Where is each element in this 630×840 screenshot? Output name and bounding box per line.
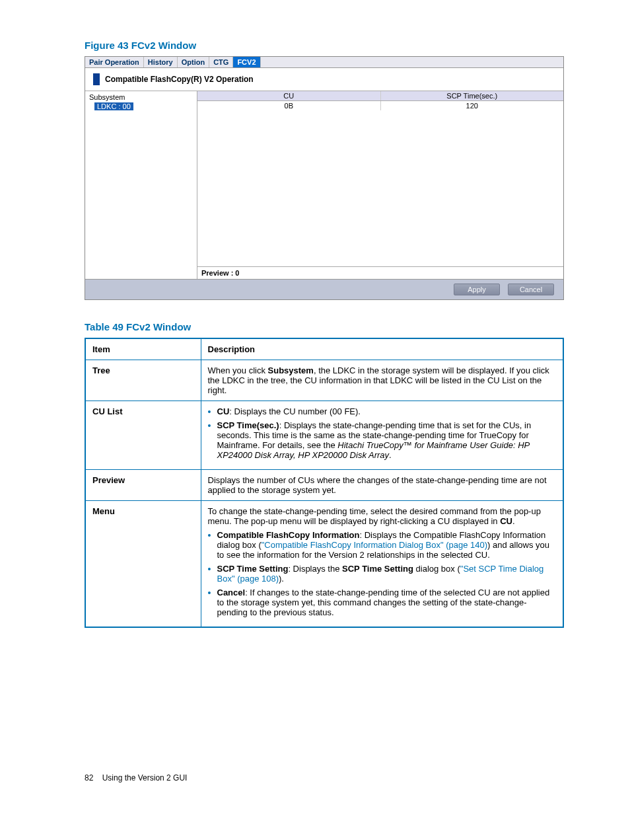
row-desc-menu: To change the state-change-pending time,…: [201, 501, 563, 628]
tab-history[interactable]: History: [144, 57, 178, 67]
row-key-menu: Menu: [85, 501, 201, 628]
table-row: Menu To change the state-change-pending …: [85, 501, 563, 628]
row-desc-preview: Displays the number of CUs where the cha…: [201, 470, 563, 501]
link-fc-info-dialog[interactable]: "Compatible FlashCopy Information Dialog…: [262, 540, 487, 550]
col-cu: CU: [197, 91, 381, 100]
tab-fcv2[interactable]: FCV2: [233, 57, 260, 67]
table-row[interactable]: 0B 120: [197, 101, 563, 110]
table-row: Tree When you click Subsystem, the LDKC …: [85, 360, 563, 401]
section-name: Using the Version 2 GUI: [102, 773, 188, 783]
fcv2-window-screenshot: Pair Operation History Option CTG FCV2 C…: [85, 56, 564, 300]
tab-pair-operation[interactable]: Pair Operation: [85, 57, 144, 67]
figure-title: Figure 43 FCv2 Window: [85, 40, 564, 51]
panel-heading: Compatible FlashCopy(R) V2 Operation: [85, 68, 563, 91]
tab-ctg[interactable]: CTG: [209, 57, 233, 67]
row-key-preview: Preview: [85, 470, 201, 501]
row-desc-tree: When you click Subsystem, the LDKC in th…: [201, 360, 563, 401]
th-item: Item: [85, 338, 201, 360]
table-row: Preview Displays the number of CUs where…: [85, 470, 563, 501]
preview-label: Preview : 0: [197, 267, 563, 279]
cu-table-header: CU SCP Time(sec.): [197, 91, 563, 101]
fcv2-description-table: Item Description Tree When you click Sub…: [85, 338, 564, 628]
list-item: CU: Displays the CU number (00 FE).: [208, 406, 557, 416]
table-row: CU List CU: Displays the CU number (00 F…: [85, 401, 563, 470]
cu-table-body: 0B 120: [197, 101, 563, 266]
list-item: SCP Time Setting: Displays the SCP Time …: [208, 564, 557, 584]
col-scp-time: SCP Time(sec.): [381, 91, 564, 100]
subsystem-tree[interactable]: Subsystem LDKC : 00: [85, 91, 197, 279]
tree-child-ldkc[interactable]: LDKC : 00: [94, 102, 194, 110]
th-description: Description: [201, 338, 563, 360]
page-footer: 82 Using the Version 2 GUI: [85, 773, 564, 783]
row-key-culist: CU List: [85, 401, 201, 470]
cell-scp: 120: [381, 101, 564, 110]
list-item: Cancel: If changes to the state-change-p…: [208, 588, 557, 617]
panel-heading-text: Compatible FlashCopy(R) V2 Operation: [105, 75, 254, 84]
heading-badge-icon: [93, 73, 100, 85]
apply-button[interactable]: Apply: [454, 284, 500, 295]
tree-root[interactable]: Subsystem: [88, 93, 194, 102]
page-number: 82: [85, 773, 93, 783]
list-item: SCP Time(sec.): Displays the state-chang…: [208, 420, 557, 460]
cell-cu: 0B: [197, 101, 381, 110]
row-desc-culist: CU: Displays the CU number (00 FE). SCP …: [201, 401, 563, 470]
table-title: Table 49 FCv2 Window: [85, 321, 564, 332]
cancel-button[interactable]: Cancel: [508, 284, 554, 295]
tab-option[interactable]: Option: [178, 57, 209, 67]
row-key-tree: Tree: [85, 360, 201, 401]
dialog-footer: Apply Cancel: [85, 279, 563, 299]
list-item: Compatible FlashCopy Information: Displa…: [208, 530, 557, 560]
tab-bar: Pair Operation History Option CTG FCV2: [85, 57, 563, 68]
